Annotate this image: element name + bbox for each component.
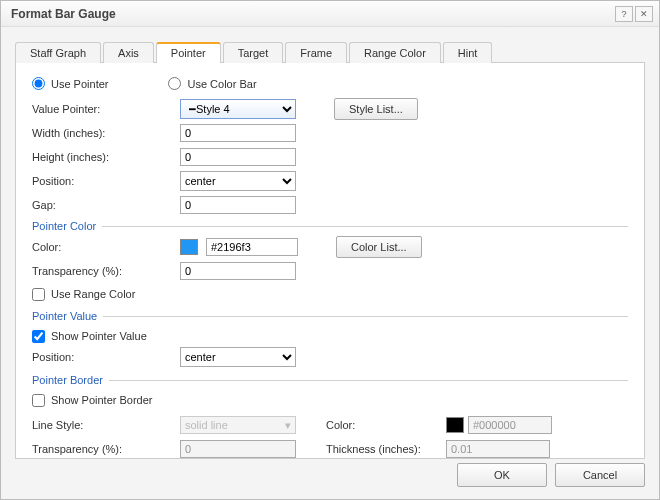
border-color-swatch	[446, 417, 464, 433]
position-label: Position:	[32, 175, 180, 187]
style-list-button[interactable]: Style List...	[334, 98, 418, 120]
cancel-button[interactable]: Cancel	[555, 463, 645, 487]
color-swatch[interactable]	[180, 239, 198, 255]
use-range-color-input[interactable]	[32, 288, 45, 301]
position-select[interactable]: center	[180, 171, 296, 191]
tab-strip: Staff Graph Axis Pointer Target Frame Ra…	[15, 39, 645, 63]
divider	[109, 380, 628, 381]
border-transparency-label: Transparency (%):	[32, 443, 180, 455]
show-pointer-value-label: Show Pointer Value	[51, 330, 147, 342]
color-label: Color:	[32, 241, 180, 253]
dialog-footer: OK Cancel	[457, 463, 645, 487]
width-input[interactable]	[180, 124, 296, 142]
help-icon[interactable]: ?	[615, 6, 633, 22]
use-pointer-radio-input[interactable]	[32, 77, 45, 90]
use-pointer-label: Use Pointer	[51, 78, 108, 90]
pointer-panel: Use Pointer Use Color Bar Value Pointer:…	[15, 63, 645, 459]
gap-label: Gap:	[32, 199, 180, 211]
show-pointer-border-checkbox[interactable]: Show Pointer Border	[32, 390, 628, 410]
thickness-label: Thickness (inches):	[326, 443, 446, 455]
transparency-label: Transparency (%):	[32, 265, 180, 277]
pointer-value-header: Pointer Value	[32, 310, 97, 322]
tab-staff-graph[interactable]: Staff Graph	[15, 42, 101, 63]
line-style-label: Line Style:	[32, 419, 180, 431]
ok-button[interactable]: OK	[457, 463, 547, 487]
border-transparency-input	[180, 440, 296, 458]
use-range-color-label: Use Range Color	[51, 288, 135, 300]
pointer-border-header: Pointer Border	[32, 374, 103, 386]
value-pointer-select[interactable]: ━Style 4	[180, 99, 296, 119]
chevron-down-icon: ▾	[285, 419, 291, 432]
thickness-input	[446, 440, 550, 458]
use-color-bar-radio[interactable]: Use Color Bar	[168, 77, 256, 90]
color-input[interactable]	[206, 238, 298, 256]
border-color-input	[468, 416, 552, 434]
transparency-input[interactable]	[180, 262, 296, 280]
width-label: Width (inches):	[32, 127, 180, 139]
tab-pointer[interactable]: Pointer	[156, 42, 221, 63]
tab-range-color[interactable]: Range Color	[349, 42, 441, 63]
value-pointer-label: Value Pointer:	[32, 103, 180, 115]
value-position-label: Position:	[32, 351, 180, 363]
tab-target[interactable]: Target	[223, 42, 284, 63]
tab-hint[interactable]: Hint	[443, 42, 493, 63]
divider	[102, 226, 628, 227]
gap-input[interactable]	[180, 196, 296, 214]
height-label: Height (inches):	[32, 151, 180, 163]
dialog-title: Format Bar Gauge	[11, 7, 116, 21]
show-pointer-value-input[interactable]	[32, 330, 45, 343]
use-color-bar-radio-input[interactable]	[168, 77, 181, 90]
use-pointer-radio[interactable]: Use Pointer	[32, 77, 108, 90]
line-style-value: solid line	[185, 419, 228, 431]
tab-frame[interactable]: Frame	[285, 42, 347, 63]
use-range-color-checkbox[interactable]: Use Range Color	[32, 284, 628, 304]
border-color-label: Color:	[326, 419, 446, 431]
titlebar: Format Bar Gauge ? ✕	[1, 1, 659, 27]
show-pointer-border-input[interactable]	[32, 394, 45, 407]
line-style-select: solid line ▾	[180, 416, 296, 434]
tab-axis[interactable]: Axis	[103, 42, 154, 63]
show-pointer-value-checkbox[interactable]: Show Pointer Value	[32, 326, 628, 346]
color-list-button[interactable]: Color List...	[336, 236, 422, 258]
divider	[103, 316, 628, 317]
height-input[interactable]	[180, 148, 296, 166]
format-bar-gauge-dialog: Format Bar Gauge ? ✕ Staff Graph Axis Po…	[0, 0, 660, 500]
use-color-bar-label: Use Color Bar	[187, 78, 256, 90]
close-icon[interactable]: ✕	[635, 6, 653, 22]
pointer-color-header: Pointer Color	[32, 220, 96, 232]
value-position-select[interactable]: center	[180, 347, 296, 367]
content-area: Staff Graph Axis Pointer Target Frame Ra…	[1, 27, 659, 459]
show-pointer-border-label: Show Pointer Border	[51, 394, 153, 406]
